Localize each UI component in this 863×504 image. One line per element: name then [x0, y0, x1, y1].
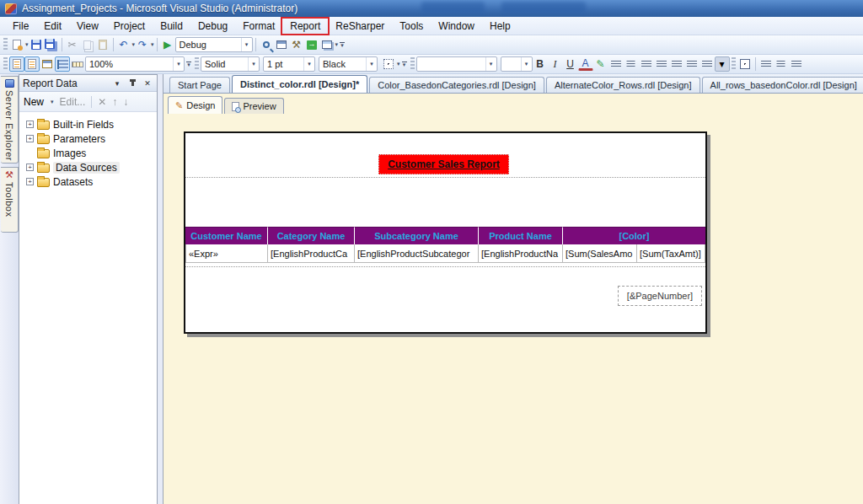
tab-all-rows-basedoncolor[interactable]: All_rows_basedonColor.rdl [Design]	[702, 77, 863, 93]
menu-format[interactable]: Format	[235, 19, 282, 34]
zoom-combo[interactable]: 100% ▾	[85, 56, 185, 72]
toolbar-grip[interactable]	[410, 57, 415, 71]
toolbar-grip[interactable]	[732, 57, 736, 71]
cell-sum-sales-amount[interactable]: [Sum(SalesAmo	[563, 244, 637, 263]
toolbar-overflow-icon[interactable]: ▾	[338, 37, 346, 52]
new-item-dropdown-icon[interactable]: ▾	[25, 41, 29, 48]
new-dropdown-icon[interactable]: ▾	[51, 99, 54, 105]
tab-alternatecolor-rows[interactable]: AlternateColor_Rows.rdl [Design]	[546, 77, 700, 93]
border-color-combo[interactable]: Black ▾	[319, 56, 378, 72]
edit-button[interactable]: Edit...	[60, 96, 86, 108]
menu-edit[interactable]: Edit	[36, 19, 69, 34]
panel-window-menu-icon[interactable]: ▾	[111, 79, 123, 88]
server-explorer-tab[interactable]: Server Explorer	[1, 76, 19, 164]
background-color-icon[interactable]: ✎	[593, 56, 608, 72]
properties-window-icon[interactable]	[274, 37, 289, 52]
align-right-icon[interactable]	[639, 56, 654, 72]
redo-icon[interactable]: ↷	[135, 37, 150, 52]
cut-icon[interactable]: ✂	[65, 37, 80, 52]
menu-window[interactable]: Window	[431, 19, 482, 34]
underline-icon[interactable]: U	[563, 56, 578, 72]
font-name-combo[interactable]: ▾	[416, 56, 497, 72]
tab-design[interactable]: ✎ Design	[168, 96, 222, 114]
tree-item-data-sources[interactable]: + Data Sources	[26, 160, 157, 174]
menu-help[interactable]: Help	[482, 19, 518, 34]
tab-preview[interactable]: Preview	[224, 98, 283, 114]
copy-icon[interactable]	[80, 37, 95, 52]
menu-resharper[interactable]: ReSharper	[328, 19, 392, 34]
combo-dropdown-icon[interactable]: ▾	[173, 57, 184, 71]
start-debug-icon[interactable]: ▶	[160, 37, 175, 52]
cell-sum-tax-amount[interactable]: [Sum(TaxAmt)]	[637, 244, 705, 263]
redo-dropdown-icon[interactable]: ▾	[151, 41, 154, 48]
navigate-icon[interactable]	[304, 37, 319, 52]
menu-file[interactable]: File	[5, 19, 36, 34]
toolbox-tab[interactable]: ⚒ Toolbox	[1, 167, 19, 233]
bullet-list-icon[interactable]	[669, 56, 684, 72]
move-up-icon[interactable]: ↑	[112, 96, 117, 108]
column-header-product-name[interactable]: Product Name	[479, 227, 563, 244]
delete-icon[interactable]: ✕	[98, 96, 106, 108]
borders-icon[interactable]	[381, 56, 396, 72]
align-left-icon[interactable]	[608, 56, 624, 72]
column-header-category-name[interactable]: Category Name	[268, 227, 355, 244]
font-size-combo[interactable]: ▾	[501, 56, 533, 72]
expand-icon[interactable]: +	[26, 135, 34, 142]
ruler-icon[interactable]	[70, 56, 85, 72]
decrease-indent-icon[interactable]	[684, 56, 700, 72]
column-header-color[interactable]: [Color]	[563, 227, 705, 244]
tab-color-basedoncategories[interactable]: Color_BasedonCategories.rdl [Design]	[369, 77, 544, 93]
panel-close-icon[interactable]: ✕	[142, 79, 153, 88]
toolbar-overflow-icon[interactable]: ▾	[400, 56, 409, 72]
new-button[interactable]: New	[24, 96, 44, 108]
toolbar-grip[interactable]	[3, 38, 8, 51]
italic-icon[interactable]: I	[548, 56, 563, 72]
menu-debug[interactable]: Debug	[190, 19, 235, 34]
report-title-textbox[interactable]: Customer Sales Report	[378, 154, 509, 174]
border-width-combo[interactable]: 1 pt ▾	[263, 56, 315, 72]
cell-english-product-category[interactable]: [EnglishProductCa	[268, 244, 355, 263]
toolbar-grip[interactable]	[195, 57, 199, 71]
tree-item-parameters[interactable]: + Parameters	[26, 131, 157, 146]
increase-indent-icon[interactable]	[700, 56, 715, 72]
toolbar-overflow-icon[interactable]: ▾	[185, 56, 193, 72]
combo-dropdown-icon[interactable]: ▾	[366, 57, 377, 71]
menu-report[interactable]: Report	[282, 19, 328, 34]
tree-item-built-in-fields[interactable]: + Built-in Fields	[26, 117, 157, 131]
column-header-customer-name[interactable]: Customer Name	[185, 227, 268, 244]
tools-icon[interactable]: ⚒	[289, 37, 304, 52]
find-in-files-icon[interactable]	[259, 37, 274, 52]
align-center-icon[interactable]	[624, 56, 639, 72]
expand-icon[interactable]: +	[26, 121, 34, 128]
report-data-panel-header[interactable]: Report Data ▾ ✕	[19, 75, 157, 92]
report-footer-toggle-icon[interactable]	[24, 56, 40, 72]
align-centers-icon[interactable]	[774, 56, 789, 72]
menu-tools[interactable]: Tools	[392, 19, 431, 34]
page-number-textbox[interactable]: [&PageNumber]	[618, 286, 702, 306]
move-down-icon[interactable]: ↓	[123, 96, 128, 108]
align-lefts-icon[interactable]	[758, 56, 774, 72]
combo-dropdown-icon[interactable]: ▾	[241, 38, 252, 51]
combo-dropdown-icon[interactable]: ▾	[521, 57, 532, 71]
bold-icon[interactable]: B	[533, 56, 548, 72]
undo-icon[interactable]: ↶	[116, 37, 131, 52]
tree-item-images[interactable]: Images	[26, 146, 157, 160]
combo-dropdown-icon[interactable]: ▾	[485, 57, 496, 71]
panel-pin-icon[interactable]	[126, 79, 138, 88]
cell-english-product-subcategory[interactable]: [EnglishProductSubcategor	[355, 244, 479, 263]
tree-item-datasets[interactable]: + Datasets	[26, 174, 157, 189]
combo-dropdown-icon[interactable]: ▾	[248, 57, 259, 71]
report-properties-icon[interactable]	[40, 56, 55, 72]
solution-configurations-combo[interactable]: Debug ▾	[175, 37, 253, 52]
save-all-icon[interactable]	[44, 37, 59, 52]
report-page[interactable]: Customer Sales Report Customer Name Cate…	[184, 131, 707, 334]
column-header-subcategory-name[interactable]: Subcategory Name	[355, 227, 479, 244]
combo-dropdown-icon[interactable]: ▾	[303, 57, 314, 71]
snap-to-grid-icon[interactable]	[737, 56, 753, 72]
align-rights-icon[interactable]	[789, 56, 804, 72]
menu-view[interactable]: View	[69, 19, 106, 34]
toolbar-grip[interactable]	[3, 57, 8, 71]
grouping-pane-icon[interactable]	[55, 56, 70, 72]
report-header-toggle-icon[interactable]	[9, 56, 24, 72]
save-icon[interactable]	[29, 37, 44, 52]
